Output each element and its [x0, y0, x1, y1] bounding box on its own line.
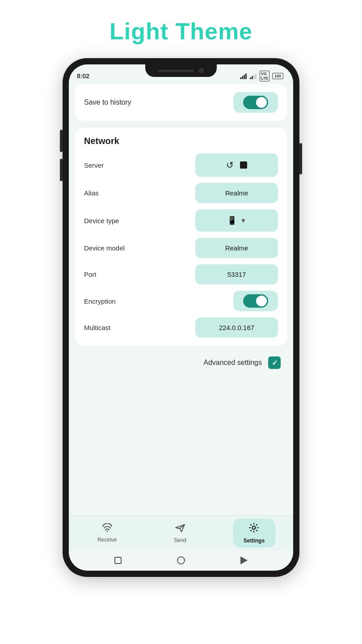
android-home-button[interactable]: [176, 555, 186, 565]
server-input[interactable]: ↺: [195, 153, 278, 177]
device-type-row: Device type 📱 ▼: [84, 209, 278, 232]
triangle-icon: [240, 556, 248, 564]
multicast-value: 224.0.0.167: [219, 324, 254, 331]
save-to-history-toggle[interactable]: [233, 92, 278, 113]
nav-item-settings[interactable]: Settings: [233, 519, 275, 547]
receive-label: Receive: [97, 537, 117, 543]
device-model-label: Device model: [84, 244, 133, 252]
svg-point-0: [106, 530, 108, 532]
screen-content[interactable]: Save to history Network Server ↺: [69, 84, 293, 515]
android-recent-button[interactable]: [113, 555, 123, 565]
notch-bar: [158, 70, 194, 72]
status-icons: VOLTE 100: [240, 71, 283, 81]
advanced-settings-row: Advanced settings ✓: [75, 353, 287, 373]
square-icon: [114, 557, 122, 564]
volume-up-button[interactable]: [60, 130, 63, 152]
save-to-history-label: Save to history: [84, 98, 131, 106]
chevron-down-icon: ▼: [240, 217, 247, 224]
encryption-toggle[interactable]: [233, 291, 278, 311]
wifi-icon: [102, 523, 113, 535]
volte-badge: VOLTE: [260, 71, 269, 81]
toggle-switch[interactable]: [243, 96, 268, 109]
bottom-nav: Receive Send Settings: [69, 515, 293, 550]
settings-gear-icon: [248, 522, 259, 536]
phone-icon: 📱: [227, 216, 237, 225]
send-label: Send: [174, 537, 186, 543]
power-button[interactable]: [299, 143, 302, 174]
server-row: Server ↺: [84, 153, 278, 177]
multicast-label: Multicast: [84, 324, 133, 331]
encryption-toggle-track: [243, 294, 268, 308]
battery-badge: 100: [272, 73, 283, 79]
camera-icon: [198, 68, 204, 73]
checkmark-icon: ✓: [272, 359, 278, 367]
nav-item-send[interactable]: Send: [163, 519, 197, 547]
device-type-select[interactable]: 📱 ▼: [195, 209, 278, 232]
port-value: 53317: [227, 271, 246, 278]
stop-icon[interactable]: [240, 161, 247, 169]
server-label: Server: [84, 161, 133, 169]
port-label: Port: [84, 271, 133, 278]
device-model-row: Device model Realme: [84, 238, 278, 258]
port-input[interactable]: 53317: [195, 264, 278, 284]
page-title: Light Theme: [109, 18, 253, 45]
phone-notch: [145, 64, 217, 77]
encryption-toggle-thumb: [256, 296, 267, 306]
signal-bars-2-icon: [250, 73, 257, 79]
refresh-icon[interactable]: ↺: [226, 160, 234, 170]
circle-icon: [177, 556, 185, 564]
toggle-track: [243, 96, 268, 109]
send-icon: [175, 523, 185, 535]
device-model-input[interactable]: Realme: [195, 238, 278, 258]
toggle-thumb: [256, 97, 267, 108]
network-section-title: Network: [84, 136, 278, 146]
android-nav-bar: [69, 550, 293, 571]
svg-point-2: [253, 526, 256, 529]
alias-input[interactable]: Realme: [195, 183, 278, 203]
phone-screen: 8:02 VOLTE 100: [69, 64, 293, 571]
device-model-value: Realme: [225, 244, 248, 252]
signal-bars-icon: [240, 73, 247, 79]
multicast-row: Multicast 224.0.0.167: [84, 318, 278, 338]
encryption-label: Encryption: [84, 297, 133, 305]
multicast-input[interactable]: 224.0.0.167: [195, 318, 278, 338]
status-time: 8:02: [77, 72, 89, 80]
alias-label: Alias: [84, 189, 133, 197]
nav-item-receive[interactable]: Receive: [87, 520, 127, 547]
advanced-settings-checkbox[interactable]: ✓: [268, 356, 281, 369]
phone-frame: 8:02 VOLTE 100: [63, 58, 299, 577]
alias-value: Realme: [225, 189, 248, 197]
volume-down-button[interactable]: [60, 159, 63, 181]
android-back-button[interactable]: [239, 555, 249, 565]
network-card: Network Server ↺ Alias Realme: [75, 128, 287, 346]
encryption-row: Encryption: [84, 291, 278, 311]
advanced-settings-label: Advanced settings: [203, 359, 262, 367]
settings-label: Settings: [244, 538, 265, 544]
alias-row: Alias Realme: [84, 183, 278, 203]
port-row: Port 53317: [84, 264, 278, 284]
save-to-history-card: Save to history: [75, 84, 287, 121]
encryption-toggle-switch[interactable]: [243, 294, 268, 308]
device-type-label: Device type: [84, 217, 133, 225]
